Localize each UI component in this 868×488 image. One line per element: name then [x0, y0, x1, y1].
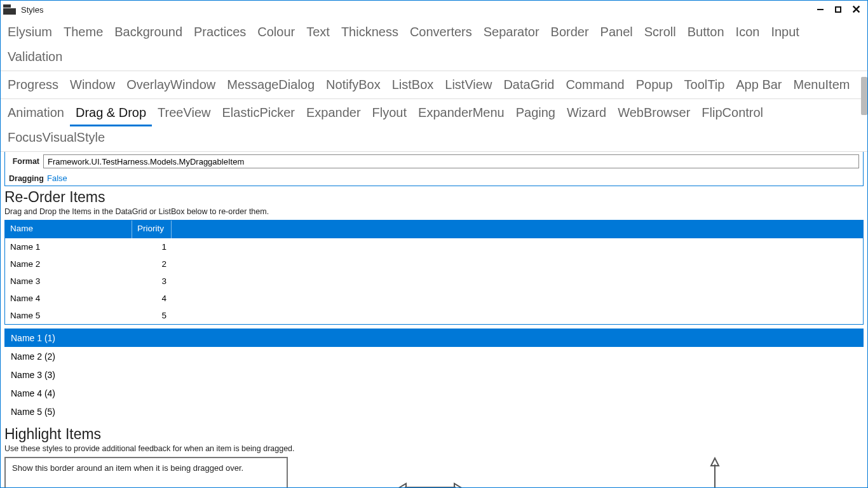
tab-elysium[interactable]: Elysium	[2, 21, 58, 46]
col-header-priority[interactable]: Priority	[132, 220, 172, 238]
cell-priority: 3	[132, 276, 172, 286]
datagrid-header: Name Priority	[5, 220, 863, 238]
list-item[interactable]: Name 3 (3)	[4, 365, 864, 384]
table-row[interactable]: Name 44	[5, 290, 863, 307]
col-header-name[interactable]: Name	[5, 220, 132, 238]
horizontal-drop-indicator	[288, 457, 573, 487]
list-item[interactable]: Name 2 (2)	[4, 347, 864, 365]
table-row[interactable]: Name 11	[5, 238, 863, 255]
reorder-desc: Drag and Drop the Items in the DataGrid …	[4, 207, 864, 216]
highlight-border-box: Show this border around an item when it …	[4, 457, 288, 487]
content-area: Format Dragging False Re-Order Items Dra…	[1, 152, 867, 487]
close-button[interactable]: ✕	[847, 3, 865, 17]
table-row[interactable]: Name 22	[5, 255, 863, 273]
cell-name: Name 5	[5, 311, 132, 320]
tab-row-3: AnimationDrag & DropTreeViewElasticPicke…	[1, 99, 867, 152]
tab-flyout[interactable]: Flyout	[367, 102, 412, 126]
cell-priority: 4	[132, 294, 172, 303]
format-label: Format	[9, 157, 43, 166]
tab-text[interactable]: Text	[301, 21, 336, 46]
tab-row-2: ProgressWindowOverlayWindowMessageDialog…	[1, 71, 867, 99]
tab-panel[interactable]: Panel	[595, 21, 639, 46]
cell-name: Name 3	[5, 276, 132, 286]
tab-flipcontrol[interactable]: FlipControl	[696, 102, 769, 126]
dragging-value: False	[47, 173, 67, 183]
cell-name: Name 2	[5, 259, 132, 269]
title-bar: Styles ✕	[1, 1, 867, 18]
table-row[interactable]: Name 33	[5, 273, 863, 290]
tab-button[interactable]: Button	[682, 21, 730, 46]
tab-background[interactable]: Background	[109, 21, 188, 46]
tab-input[interactable]: Input	[765, 21, 804, 46]
tab-notifybox[interactable]: NotifyBox	[320, 74, 386, 98]
list-item[interactable]: Name 5 (5)	[4, 402, 864, 421]
tab-listbox[interactable]: ListBox	[386, 74, 440, 98]
cell-priority: 5	[132, 311, 172, 320]
tab-separator[interactable]: Separator	[478, 21, 545, 46]
dragging-label: Dragging	[9, 174, 47, 183]
folder-icon	[3, 4, 16, 15]
tab-expander[interactable]: Expander	[301, 102, 367, 126]
datagrid-body: Name 11Name 22Name 33Name 44Name 55	[5, 238, 863, 324]
tab-focusvisualstyle[interactable]: FocusVisualStyle	[2, 126, 111, 151]
tab-thickness[interactable]: Thickness	[336, 21, 404, 46]
tab-messagedialog[interactable]: MessageDialog	[221, 74, 320, 98]
vertical-scrollbar[interactable]	[861, 77, 867, 115]
tab-progress[interactable]: Progress	[2, 74, 64, 98]
cell-priority: 1	[132, 242, 172, 252]
dragging-row: Dragging False	[5, 171, 863, 186]
tab-icon[interactable]: Icon	[730, 21, 766, 46]
tab-app-bar[interactable]: App Bar	[730, 74, 787, 98]
table-row[interactable]: Name 55	[5, 307, 863, 324]
tab-border[interactable]: Border	[545, 21, 595, 46]
drag-settings-panel: Format Dragging False	[4, 152, 864, 186]
cell-name: Name 1	[5, 242, 132, 252]
tab-webbrowser[interactable]: WebBrowser	[612, 102, 696, 126]
tab-command[interactable]: Command	[560, 74, 630, 98]
reorder-heading: Re-Order Items	[4, 189, 864, 206]
tab-tooltip[interactable]: ToolTip	[679, 74, 731, 98]
tab-practices[interactable]: Practices	[188, 21, 252, 46]
cell-priority: 2	[132, 259, 172, 269]
tab-popup[interactable]: Popup	[630, 74, 679, 98]
tab-window[interactable]: Window	[64, 74, 121, 98]
list-item[interactable]: Name 1 (1)	[4, 329, 864, 347]
tab-overlaywindow[interactable]: OverlayWindow	[121, 74, 221, 98]
tab-row-1: ElysiumThemeBackgroundPracticesColourTex…	[1, 18, 867, 71]
reorder-listbox[interactable]: Name 1 (1)Name 2 (2)Name 3 (3)Name 4 (4)…	[4, 329, 864, 421]
tab-animation[interactable]: Animation	[2, 102, 70, 126]
list-item[interactable]: Name 4 (4)	[4, 384, 864, 402]
maximize-button[interactable]	[829, 3, 847, 17]
tab-paging[interactable]: Paging	[510, 102, 561, 126]
minimize-button[interactable]	[811, 3, 829, 17]
reorder-datagrid[interactable]: Name Priority Name 11Name 22Name 33Name …	[4, 220, 864, 325]
col-header-spacer	[172, 220, 863, 238]
tab-converters[interactable]: Converters	[404, 21, 478, 46]
vertical-drop-indicator	[573, 457, 857, 487]
cell-name: Name 4	[5, 294, 132, 303]
tab-wizard[interactable]: Wizard	[561, 102, 612, 126]
tab-treeview[interactable]: TreeView	[152, 102, 216, 126]
format-row: Format	[5, 152, 863, 171]
tab-expandermenu[interactable]: ExpanderMenu	[412, 102, 510, 126]
highlight-desc: Use these styles to provide additional f…	[4, 444, 864, 453]
tab-drag-drop[interactable]: Drag & Drop	[70, 102, 152, 126]
highlight-heading: Highlight Items	[4, 426, 864, 443]
tab-elasticpicker[interactable]: ElasticPicker	[216, 102, 300, 126]
tab-theme[interactable]: Theme	[58, 21, 109, 46]
app-window: Styles ✕ ElysiumThemeBackgroundPractices…	[0, 0, 868, 488]
tab-menuitem[interactable]: MenuItem	[788, 74, 856, 98]
tab-validation[interactable]: Validation	[2, 46, 68, 71]
tab-datagrid[interactable]: DataGrid	[498, 74, 560, 98]
tab-colour[interactable]: Colour	[252, 21, 301, 46]
highlight-row: Show this border around an item when it …	[4, 457, 864, 487]
window-title: Styles	[21, 5, 43, 15]
tab-scroll[interactable]: Scroll	[639, 21, 682, 46]
format-input[interactable]	[43, 154, 859, 168]
tab-listview[interactable]: ListView	[439, 74, 498, 98]
